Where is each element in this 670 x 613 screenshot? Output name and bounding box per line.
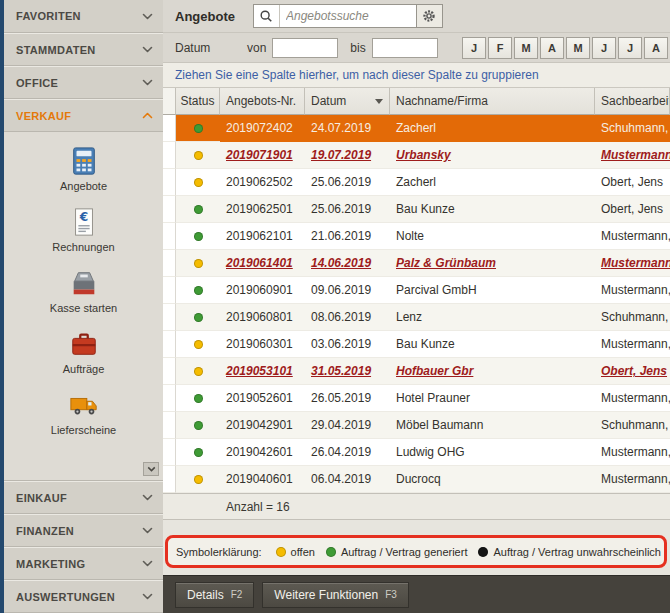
table-row[interactable]: 2019053101 31.05.2019 Hofbauer Gbr Obert… [163, 358, 670, 385]
datum-cell: 06.04.2019 [305, 466, 390, 493]
group-by-hint-text: Ziehen Sie eine Spalte hierher, um nach … [175, 68, 539, 82]
svg-text:€: € [78, 210, 87, 224]
row-count-label: Anzahl = 16 [226, 500, 290, 514]
search-icon[interactable] [254, 5, 280, 27]
angebots-nr-cell: 2019060801 [220, 304, 305, 331]
sidebar-item-office[interactable]: OFFICE [4, 66, 163, 99]
sachbearbeiter-cell: Schuhmann, [595, 412, 670, 439]
sidebar-label: VERKAUF [16, 110, 71, 122]
status-dot-icon [194, 313, 203, 322]
sidebar-item-finanzen[interactable]: FINANZEN [4, 514, 163, 547]
sachbearbeiter-cell: Mustermann [595, 250, 670, 277]
sidebar-module-kasse-starten[interactable]: Kasse starten [4, 262, 163, 319]
legend-label: offen [291, 546, 315, 558]
sachbearbeiter-cell: Mustermann [595, 142, 670, 169]
table-row[interactable]: 2019040601 06.04.2019 Ducrocq Mustermann… [163, 466, 670, 493]
angebots-nr-cell: 2019040601 [220, 466, 305, 493]
weitere-funktionen-button[interactable]: Weitere Funktionen F3 [262, 582, 409, 608]
month-button-3[interactable]: M [514, 37, 538, 59]
name-cell: Parcival GmbH [390, 277, 595, 304]
table-row[interactable]: 2019042601 26.04.2019 Ludwig OHG Musterm… [163, 439, 670, 466]
sidebar-item-auswertungen[interactable]: AUSWERTUNGEN [4, 580, 163, 613]
name-cell: Möbel Baumann [390, 412, 595, 439]
column-header-nachname-firma[interactable]: Nachname/Firma [390, 88, 595, 115]
month-filter-buttons: JFMAMJJA [462, 37, 670, 59]
table-row[interactable]: 2019060301 03.06.2019 Bau Kunze Musterma… [163, 331, 670, 358]
details-button[interactable]: Details F2 [175, 582, 254, 608]
table-row[interactable]: 2019062502 25.06.2019 Zacherl Obert, Jen… [163, 169, 670, 196]
chevron-down-icon [142, 527, 153, 534]
legend-item: offen [276, 546, 315, 558]
status-cell [176, 439, 220, 466]
month-button-4[interactable]: A [540, 37, 564, 59]
table-row[interactable]: 2019062101 21.06.2019 Nolte Mustermann, [163, 223, 670, 250]
angebots-nr-cell: 2019062101 [220, 223, 305, 250]
column-header-sachbearbeiter[interactable]: Sachbearbeiter [595, 88, 670, 115]
sidebar-item-stammdaten[interactable]: STAMMDATEN [4, 33, 163, 66]
table-row[interactable]: 2019072402 24.07.2019 Zacherl Schuhmann, [163, 115, 670, 142]
datum-cell: 25.06.2019 [305, 169, 390, 196]
chevron-down-icon [142, 560, 153, 567]
angebots-nr-cell: 2019072402 [220, 115, 305, 142]
sidebar-item-favoriten[interactable]: FAVORITEN [4, 0, 163, 33]
sidebar-module-lieferscheine[interactable]: Lieferscheine [4, 384, 163, 441]
datum-cell: 09.06.2019 [305, 277, 390, 304]
sidebar-item-verkauf[interactable]: VERKAUF [4, 99, 163, 132]
datum-label: Datum [175, 41, 247, 55]
table-row[interactable]: 2019060901 09.06.2019 Parcival GmbH Must… [163, 277, 670, 304]
truck-icon [68, 389, 100, 421]
row-indicator [163, 196, 176, 223]
status-cell [176, 169, 220, 196]
table-row[interactable]: 2019060801 08.06.2019 Lenz Schuhmann, [163, 304, 670, 331]
angebots-nr-cell: 2019060301 [220, 331, 305, 358]
sidebar-module-rechnungen[interactable]: € Rechnungen [4, 201, 163, 258]
sachbearbeiter-cell: Mustermann, [595, 277, 670, 304]
sidebar-module-auftraege[interactable]: Aufträge [4, 323, 163, 380]
table-row[interactable]: 2019052601 26.05.2019 Hotel Prauner Must… [163, 385, 670, 412]
row-indicator [163, 142, 176, 169]
table-row[interactable]: 2019071901 19.07.2019 Urbansky Musterman… [163, 142, 670, 169]
row-indicator [163, 115, 176, 142]
page-title: Angebote [175, 9, 235, 24]
column-header-status[interactable]: Status [176, 88, 220, 115]
row-indicator [163, 385, 176, 412]
month-button-6[interactable]: J [592, 37, 616, 59]
panel-scroll-down-button[interactable] [143, 462, 159, 476]
date-from-input[interactable] [272, 38, 338, 58]
app-window: FAVORITEN STAMMDATEN OFFICE VERKAUF Ange… [0, 0, 670, 613]
month-button-8[interactable]: A [644, 37, 668, 59]
column-header-datum[interactable]: Datum [305, 88, 390, 115]
month-button-5[interactable]: M [566, 37, 590, 59]
month-button-1[interactable]: J [462, 37, 486, 59]
table-row[interactable]: 2019042901 29.04.2019 Möbel Baumann Schu… [163, 412, 670, 439]
sidebar-module-angebote[interactable]: Angebote [4, 140, 163, 197]
status-dot-icon [194, 205, 203, 214]
gear-icon[interactable] [416, 5, 442, 27]
angebots-nr-cell: 2019060901 [220, 277, 305, 304]
table-row[interactable]: 2019062501 25.06.2019 Bau Kunze Obert, J… [163, 196, 670, 223]
sidebar-item-marketing[interactable]: MARKETING [4, 547, 163, 580]
date-to-input[interactable] [372, 38, 438, 58]
chevron-down-icon [142, 593, 153, 600]
sidebar: FAVORITEN STAMMDATEN OFFICE VERKAUF Ange… [4, 0, 163, 613]
month-button-2[interactable]: F [488, 37, 512, 59]
status-cell [176, 277, 220, 304]
column-header-angebots-nr[interactable]: Angebots-Nr. [220, 88, 305, 115]
legend-dot-icon [478, 547, 488, 557]
row-indicator [163, 412, 176, 439]
datum-cell: 26.04.2019 [305, 439, 390, 466]
table-row[interactable]: 2019061401 14.06.2019 Palz & Grünbaum Mu… [163, 250, 670, 277]
month-button-7[interactable]: J [618, 37, 642, 59]
invoice-euro-icon: € [68, 206, 100, 238]
cash-register-icon [68, 267, 100, 299]
legend-dot-icon [326, 547, 336, 557]
sidebar-item-einkauf[interactable]: EINKAUF [4, 481, 163, 514]
datum-cell: 21.06.2019 [305, 223, 390, 250]
search-input[interactable] [280, 5, 416, 27]
status-dot-icon [194, 448, 203, 457]
footer-button-label: Weitere Funktionen [274, 588, 378, 602]
sidebar-label: OFFICE [16, 77, 58, 89]
row-indicator [163, 358, 176, 385]
row-indicator [163, 223, 176, 250]
name-cell: Zacherl [390, 115, 595, 142]
